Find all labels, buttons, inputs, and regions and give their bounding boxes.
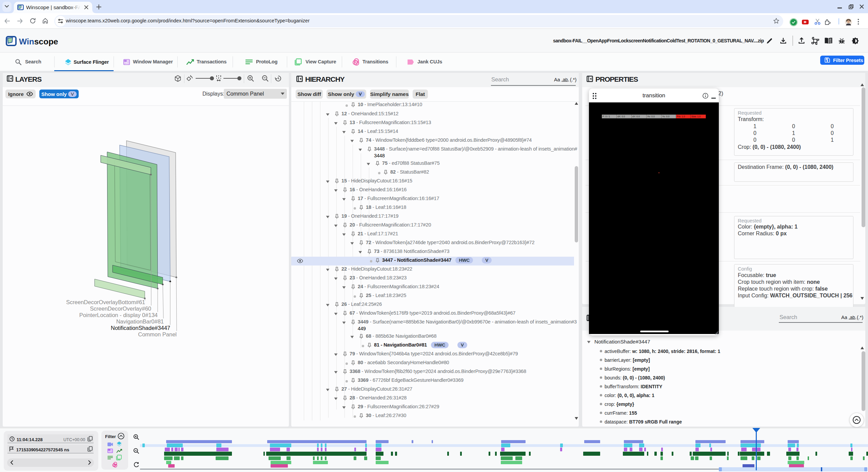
svg-text:Common Panel: Common Panel: [138, 331, 177, 337]
svg-text:ScreenDecorOverlay#60: ScreenDecorOverlay#60: [90, 306, 151, 312]
svg-text:NotificationShade#3447: NotificationShade#3447: [111, 325, 170, 331]
svg-text:PointerLocation - display 0#13: PointerLocation - display 0#134: [79, 312, 158, 318]
svg-text:ScreenDecorOverlayBottom#61: ScreenDecorOverlayBottom#61: [66, 299, 145, 305]
svg-text:NavigationBar0#81: NavigationBar0#81: [116, 318, 164, 324]
